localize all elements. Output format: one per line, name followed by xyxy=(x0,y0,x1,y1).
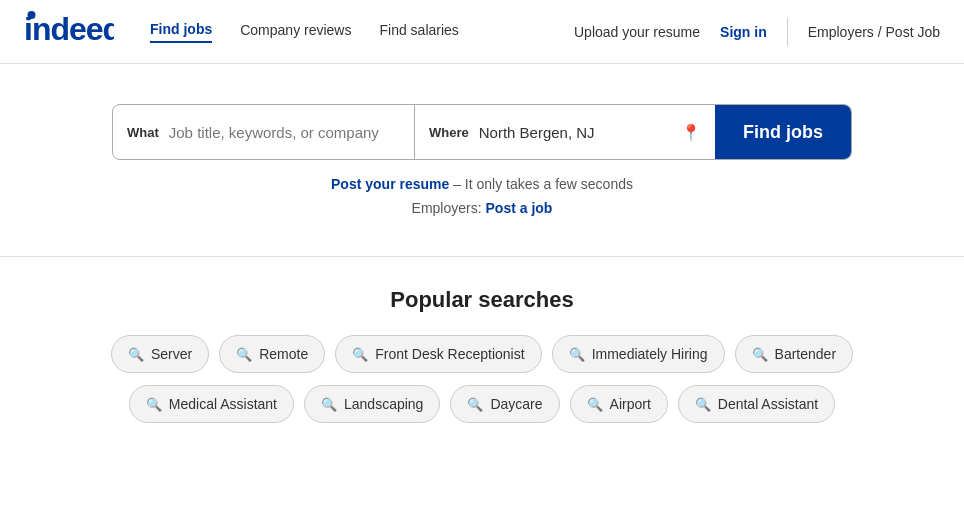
chip-airport[interactable]: 🔍 Airport xyxy=(570,385,668,423)
chip-label-medical-assistant: Medical Assistant xyxy=(169,396,277,412)
where-input[interactable] xyxy=(479,124,675,141)
chip-search-icon-4: 🔍 xyxy=(569,347,585,362)
chip-bartender[interactable]: 🔍 Bartender xyxy=(735,335,853,373)
post-resume-link[interactable]: Post your resume xyxy=(331,176,449,192)
chip-label-dental-assistant: Dental Assistant xyxy=(718,396,818,412)
what-label: What xyxy=(127,125,159,140)
chip-search-icon-10: 🔍 xyxy=(695,397,711,412)
chip-label-server: Server xyxy=(151,346,192,362)
find-jobs-button[interactable]: Find jobs xyxy=(715,105,851,159)
header-divider xyxy=(787,18,788,46)
popular-chips-row-1: 🔍 Server 🔍 Remote 🔍 Front Desk Reception… xyxy=(111,335,853,373)
search-section: What Where 📍 Find jobs Post your resume … xyxy=(0,64,964,236)
chip-label-bartender: Bartender xyxy=(775,346,836,362)
chip-front-desk[interactable]: 🔍 Front Desk Receptionist xyxy=(335,335,541,373)
nav-company-reviews[interactable]: Company reviews xyxy=(240,22,351,42)
chip-label-immediately-hiring: Immediately Hiring xyxy=(592,346,708,362)
what-field: What xyxy=(113,105,415,159)
svg-text:indeed: indeed xyxy=(24,11,114,46)
chip-search-icon-7: 🔍 xyxy=(321,397,337,412)
upload-resume-link[interactable]: Upload your resume xyxy=(574,24,700,40)
chip-label-remote: Remote xyxy=(259,346,308,362)
svg-point-1 xyxy=(28,11,36,19)
logo[interactable]: indeed xyxy=(24,10,114,53)
search-bar: What Where 📍 Find jobs xyxy=(112,104,852,160)
popular-chips-row-2: 🔍 Medical Assistant 🔍 Landscaping 🔍 Dayc… xyxy=(129,385,835,423)
employers-label: Employers: xyxy=(412,200,482,216)
nav-find-jobs[interactable]: Find jobs xyxy=(150,21,212,43)
chip-search-icon-2: 🔍 xyxy=(236,347,252,362)
chip-landscaping[interactable]: 🔍 Landscaping xyxy=(304,385,440,423)
chip-label-daycare: Daycare xyxy=(490,396,542,412)
chip-search-icon-3: 🔍 xyxy=(352,347,368,362)
employers-line: Employers: Post a job xyxy=(412,200,553,216)
popular-section: Popular searches 🔍 Server 🔍 Remote 🔍 Fro… xyxy=(0,257,964,465)
chip-daycare[interactable]: 🔍 Daycare xyxy=(450,385,559,423)
chip-search-icon-5: 🔍 xyxy=(752,347,768,362)
where-field: Where 📍 xyxy=(415,105,715,159)
post-job-link[interactable]: Post a job xyxy=(486,200,553,216)
chip-server[interactable]: 🔍 Server xyxy=(111,335,209,373)
location-icon[interactable]: 📍 xyxy=(681,123,701,142)
chip-label-airport: Airport xyxy=(610,396,651,412)
chip-immediately-hiring[interactable]: 🔍 Immediately Hiring xyxy=(552,335,725,373)
header-right: Upload your resume Sign in Employers / P… xyxy=(574,18,940,46)
chip-label-landscaping: Landscaping xyxy=(344,396,423,412)
post-resume-text: – It only takes a few seconds xyxy=(449,176,633,192)
main-nav: Find jobs Company reviews Find salaries xyxy=(150,0,459,63)
chip-medical-assistant[interactable]: 🔍 Medical Assistant xyxy=(129,385,294,423)
chip-search-icon-6: 🔍 xyxy=(146,397,162,412)
chip-dental-assistant[interactable]: 🔍 Dental Assistant xyxy=(678,385,835,423)
chip-search-icon-9: 🔍 xyxy=(587,397,603,412)
chip-search-icon-8: 🔍 xyxy=(467,397,483,412)
where-label: Where xyxy=(429,125,469,140)
header: indeed Find jobs Company reviews Find sa… xyxy=(0,0,964,64)
chip-label-front-desk: Front Desk Receptionist xyxy=(375,346,524,362)
logo-text: indeed xyxy=(24,10,114,53)
post-resume-line: Post your resume – It only takes a few s… xyxy=(331,176,633,192)
chip-remote[interactable]: 🔍 Remote xyxy=(219,335,325,373)
nav-find-salaries[interactable]: Find salaries xyxy=(379,22,458,42)
what-input[interactable] xyxy=(169,124,400,141)
employers-post-link[interactable]: Employers / Post Job xyxy=(808,24,940,40)
chip-search-icon-1: 🔍 xyxy=(128,347,144,362)
popular-title: Popular searches xyxy=(390,287,573,313)
sign-in-link[interactable]: Sign in xyxy=(720,24,767,40)
